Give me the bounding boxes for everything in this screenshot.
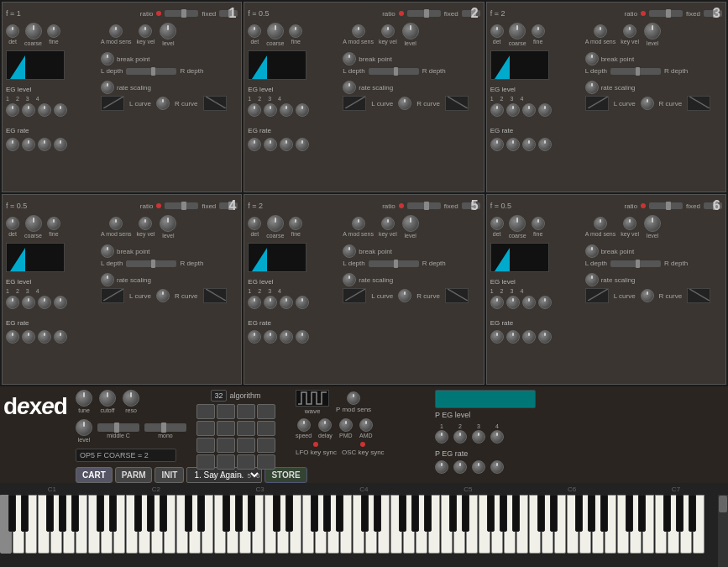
op-eg-knob-1-1[interactable] [6, 103, 19, 117]
op-eg-knob-4-2[interactable] [22, 296, 35, 309]
op-lcurve-box-6[interactable] [585, 288, 609, 303]
algo-pad-13[interactable] [196, 454, 215, 470]
op-fine-knob-1[interactable] [47, 24, 60, 38]
op-bp-slider-6[interactable] [610, 260, 661, 267]
op-level-knob-2[interactable] [402, 23, 419, 39]
op-bp-knob-3[interactable] [585, 52, 599, 66]
reso-knob[interactable] [123, 390, 139, 407]
peg-rate-knob-3[interactable] [472, 460, 485, 474]
op-eg-rate-knob-6-3[interactable] [522, 330, 536, 344]
speed-knob[interactable] [297, 418, 311, 432]
op-keyvel-knob-1[interactable] [139, 24, 152, 38]
op-eg-rate-knob-1-2[interactable] [22, 138, 35, 151]
algo-pad-9[interactable] [196, 438, 215, 453]
amd-knob[interactable] [359, 418, 373, 432]
op-rcurve-box-3[interactable] [687, 96, 710, 111]
keyboard-scrollbar-thumb[interactable] [719, 496, 727, 512]
op-eg-rate-knob-5-3[interactable] [280, 330, 293, 344]
lfo-key-sync-led[interactable] [313, 442, 318, 447]
osc-key-sync-led[interactable] [360, 442, 365, 447]
black-key[interactable] [160, 495, 167, 532]
pmd-knob[interactable] [339, 418, 353, 432]
op-bp-knob-6[interactable] [585, 244, 599, 258]
op-bp-knob-1[interactable] [101, 52, 114, 66]
op-eg-knob-2-2[interactable] [264, 103, 277, 117]
op-eg-knob-3-2[interactable] [506, 103, 520, 117]
op-eg-rate-knob-5-2[interactable] [264, 330, 277, 344]
op-level-knob-3[interactable] [644, 23, 661, 39]
black-key[interactable] [71, 495, 79, 532]
op-eg-rate-knob-1-4[interactable] [54, 138, 67, 151]
op-curve-knob-6[interactable] [641, 289, 654, 302]
black-key[interactable] [537, 495, 545, 532]
op-rs-knob-1[interactable] [101, 81, 114, 94]
op-eg-knob-6-2[interactable] [506, 296, 520, 309]
black-key[interactable] [235, 495, 243, 532]
op-rs-knob-4[interactable] [101, 273, 114, 286]
op-eg-rate-knob-3-1[interactable] [490, 138, 504, 151]
op-lcurve-box-5[interactable] [343, 288, 366, 303]
op-coarse-knob-2[interactable] [267, 23, 284, 39]
op-eg-rate-knob-2-3[interactable] [280, 138, 293, 151]
op-eg-rate-knob-1-1[interactable] [6, 138, 19, 151]
op-bp-knob-2[interactable] [343, 52, 356, 66]
op-ratio-slider-2[interactable] [407, 10, 441, 17]
black-key[interactable] [97, 495, 104, 532]
op-led-6[interactable] [641, 203, 646, 208]
op-keyvel-knob-6[interactable] [623, 217, 636, 230]
black-key[interactable] [638, 495, 646, 532]
op-eg-rate-knob-6-4[interactable] [538, 330, 552, 344]
op-amod-knob-1[interactable] [109, 24, 123, 38]
op-rs-knob-5[interactable] [343, 273, 356, 286]
black-key[interactable] [248, 495, 255, 532]
black-key[interactable] [689, 495, 696, 532]
algo-pad-16[interactable] [257, 454, 275, 470]
black-key[interactable] [487, 495, 495, 532]
black-key[interactable] [311, 495, 318, 532]
op-eg-knob-3-1[interactable] [490, 103, 504, 117]
p-mod-sens-knob[interactable] [347, 391, 360, 405]
op-eg-knob-6-4[interactable] [538, 296, 552, 309]
algo-pad-5[interactable] [196, 421, 215, 436]
black-key[interactable] [663, 495, 671, 532]
op-eg-rate-knob-4-2[interactable] [22, 330, 35, 344]
op-rcurve-box-6[interactable] [687, 288, 710, 303]
parm-button[interactable]: PARM [115, 467, 153, 483]
black-key[interactable] [8, 495, 16, 532]
op-led-3[interactable] [641, 11, 646, 16]
op-keyvel-knob-4[interactable] [139, 217, 152, 230]
tune-knob[interactable] [76, 390, 92, 407]
op-eg-knob-2-4[interactable] [296, 103, 309, 117]
op-eg-rate-knob-2-4[interactable] [296, 138, 309, 151]
op-bp-slider-1[interactable] [126, 68, 176, 75]
op-curve-knob-1[interactable] [156, 97, 170, 110]
op-rs-knob-6[interactable] [585, 273, 599, 286]
black-key[interactable] [399, 495, 406, 532]
op-curve-knob-2[interactable] [398, 97, 411, 110]
mono-slider[interactable] [144, 423, 186, 432]
cart-button[interactable]: CART [76, 467, 113, 483]
peg-knob-stage-1[interactable] [435, 430, 448, 444]
peg-knob-stage-4[interactable] [490, 430, 504, 444]
black-key[interactable] [374, 495, 381, 532]
op-eg-knob-1-3[interactable] [38, 103, 51, 117]
black-key[interactable] [323, 495, 331, 532]
op-eg-rate-knob-3-2[interactable] [506, 138, 520, 151]
algo-pad-2[interactable] [217, 404, 235, 419]
black-key[interactable] [626, 495, 633, 532]
op-eg-rate-knob-4-4[interactable] [54, 330, 67, 344]
op-eg-rate-knob-3-4[interactable] [538, 138, 552, 151]
op-eg-knob-3-3[interactable] [522, 103, 536, 117]
peg-knob-stage-2[interactable] [453, 430, 467, 444]
op-eg-knob-1-2[interactable] [22, 103, 35, 117]
algo-pad-10[interactable] [217, 438, 235, 453]
peg-rate-knob-2[interactable] [453, 460, 467, 474]
op-led-2[interactable] [399, 11, 404, 16]
op-level-knob-6[interactable] [644, 215, 661, 232]
op-amod-knob-6[interactable] [594, 217, 607, 230]
cutoff-knob[interactable] [99, 390, 116, 407]
op-keyvel-knob-2[interactable] [381, 24, 395, 38]
peg-rate-knob-1[interactable] [435, 460, 448, 474]
op-ratio-slider-3[interactable] [649, 10, 683, 17]
op-eg-rate-knob-2-2[interactable] [264, 138, 277, 151]
